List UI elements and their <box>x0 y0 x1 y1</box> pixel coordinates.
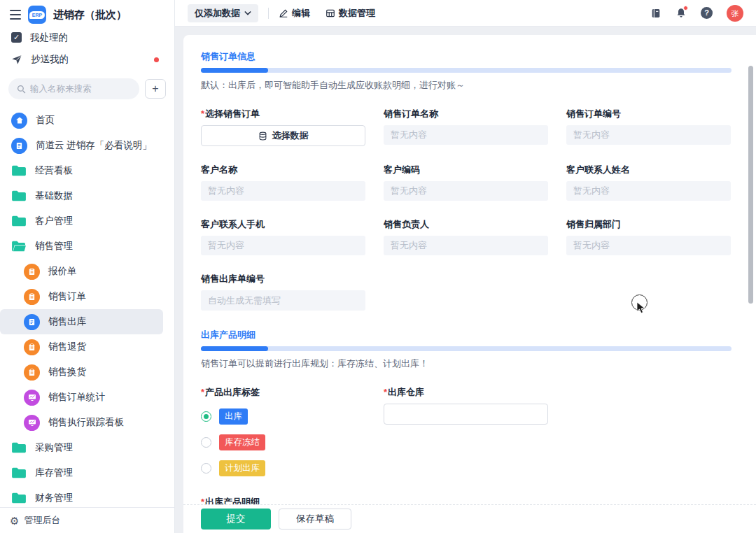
folder-icon <box>11 465 27 481</box>
sidebar-item-dashboard[interactable]: 经营看板 <box>0 158 174 183</box>
field-order-name: 暂无内容 <box>384 125 548 145</box>
form-icon <box>24 264 40 280</box>
radio-option-outbound[interactable]: 出库 <box>201 408 365 425</box>
form-card: 销售订单信息 默认：出库后，即可智能助手自动生成应收账款明细，进行对账～ 选择销… <box>183 35 756 533</box>
sidebar-item-quotation[interactable]: 报价单 <box>0 259 174 284</box>
scrollbar-thumb[interactable] <box>748 66 753 304</box>
sidebar-item-sales-outbound[interactable]: 销售出库 <box>0 309 163 334</box>
content: 销售订单信息 默认：出库后，即可智能助手自动生成应收账款明细，进行对账～ 选择销… <box>175 27 756 533</box>
radio-selected-icon[interactable] <box>201 411 211 422</box>
sidebar-nav: 首页 简道云 进销存「必看说明」 经营看板 基础数据 客户管理 销售管理 <box>0 108 174 507</box>
mode-dropdown[interactable]: 仅添加数据 <box>188 4 258 22</box>
sidebar-item-sales-return[interactable]: 销售退货 <box>0 334 174 360</box>
field-label: 销售负责人 <box>384 218 548 231</box>
form-row: 客户联系人手机 暂无内容 销售负责人 暂无内容 销售归属部门 暂无内容 <box>201 218 732 255</box>
database-icon <box>258 132 267 141</box>
sidebar-item-guide[interactable]: 简道云 进销存「必看说明」 <box>0 133 174 158</box>
section-desc: 销售订单可以提前进行出库规划：库存冻结、计划出库！ <box>201 357 732 370</box>
sidebar-item-base-data[interactable]: 基础数据 <box>0 183 174 208</box>
folder-icon <box>11 213 27 229</box>
radio-icon[interactable] <box>201 463 211 474</box>
search-icon <box>17 85 26 94</box>
chart-icon <box>24 415 40 431</box>
form-row: 销售出库单编号 自动生成无需填写 <box>201 273 732 311</box>
form-scroll-area: 销售订单信息 默认：出库后，即可智能助手自动生成应收账款明细，进行对账～ 选择销… <box>183 35 756 504</box>
folder-open-icon <box>11 239 27 255</box>
progress-fill <box>201 68 268 73</box>
folder-icon <box>11 490 27 506</box>
sidebar-item-purchase[interactable]: 采购管理 <box>0 435 174 460</box>
section-progress-bar <box>201 346 732 351</box>
sidebar-item-sales-order[interactable]: 销售订单 <box>0 284 174 309</box>
field-customer-name: 暂无内容 <box>201 181 365 201</box>
quick-item-label: 我处理的 <box>30 31 68 44</box>
chevron-down-icon <box>244 10 251 15</box>
main-area: 仅添加数据 编辑 数据管理 ? 张 <box>175 0 756 533</box>
sidebar-item-my-processed[interactable]: ✓ 我处理的 <box>0 27 174 48</box>
field-label: 销售出库单编号 <box>201 273 365 285</box>
sidebar: ERP 进销存（批次） ✓ 我处理的 抄送我的 + 首页 <box>0 0 175 533</box>
document-icon <box>24 314 40 330</box>
table-label: 出库产品明细 <box>201 496 732 504</box>
field-contact-phone: 暂无内容 <box>201 236 365 255</box>
radio-option-freeze[interactable]: 库存冻结 <box>201 434 365 450</box>
chart-icon <box>24 390 40 406</box>
sidebar-item-customer[interactable]: 客户管理 <box>0 208 174 234</box>
sidebar-item-sales[interactable]: 销售管理 <box>0 234 174 259</box>
field-label: 客户名称 <box>201 164 365 176</box>
sidebar-item-home[interactable]: 首页 <box>0 108 174 133</box>
app-window: ERP 进销存（批次） ✓ 我处理的 抄送我的 + 首页 <box>0 0 756 533</box>
tag-outbound: 出库 <box>219 408 248 425</box>
notifications-bell-icon[interactable] <box>676 8 687 19</box>
sidebar-search-row: + <box>8 78 166 99</box>
sidebar-item-sales-exchange[interactable]: 销售换货 <box>0 360 174 385</box>
form-icon <box>24 289 40 305</box>
field-label: 销售订单编号 <box>566 108 731 120</box>
task-check-icon: ✓ <box>11 32 22 43</box>
tag-freeze: 库存冻结 <box>219 434 265 450</box>
radio-option-planned[interactable]: 计划出库 <box>201 460 365 476</box>
submit-button[interactable]: 提交 <box>201 509 271 530</box>
form-icon <box>24 339 40 355</box>
unread-dot <box>154 57 159 62</box>
sidebar-item-finance[interactable]: 财务管理 <box>0 485 174 507</box>
pencil-icon <box>279 8 288 18</box>
table-grid-icon <box>326 8 335 18</box>
gear-icon: ⚙ <box>10 516 19 526</box>
form-footer: 提交 保存草稿 <box>183 504 756 533</box>
field-label: 客户联系人姓名 <box>566 164 731 176</box>
search-input[interactable] <box>30 84 121 94</box>
sidebar-item-inventory[interactable]: 库存管理 <box>0 460 174 485</box>
topbar-right: ? 张 <box>650 5 743 22</box>
field-label: 销售订单名称 <box>384 108 548 120</box>
edit-button[interactable]: 编辑 <box>279 7 310 20</box>
field-label-outbound-tag: 产品出库标签 <box>201 386 365 399</box>
field-label: 客户联系人手机 <box>201 218 365 231</box>
field-sales-owner: 暂无内容 <box>384 236 548 255</box>
changelog-icon[interactable] <box>650 8 662 19</box>
sidebar-item-sales-tracking[interactable]: 销售执行跟踪看板 <box>0 410 174 435</box>
notification-dot <box>683 6 688 10</box>
sidebar-item-order-stats[interactable]: 销售订单统计 <box>0 385 174 410</box>
radio-icon[interactable] <box>201 437 211 448</box>
folder-icon <box>11 163 27 179</box>
sidebar-item-admin-console[interactable]: ⚙ 管理后台 <box>0 507 174 533</box>
collapse-sidebar-icon[interactable] <box>10 10 21 20</box>
app-logo-icon: ERP <box>28 6 46 24</box>
search-box <box>8 78 139 99</box>
data-manage-button[interactable]: 数据管理 <box>326 7 375 20</box>
field-contact-name: 暂无内容 <box>566 181 731 201</box>
sidebar-item-cc-me[interactable]: 抄送我的 <box>0 48 174 70</box>
help-icon[interactable]: ? <box>701 7 713 19</box>
section-desc: 默认：出库后，即可智能助手自动生成应收账款明细，进行对账～ <box>201 79 732 92</box>
progress-fill <box>201 346 268 351</box>
save-draft-button[interactable]: 保存草稿 <box>279 509 351 530</box>
home-icon <box>11 113 27 129</box>
warehouse-input[interactable] <box>384 404 548 425</box>
user-avatar[interactable]: 张 <box>727 5 743 22</box>
add-button[interactable]: + <box>145 79 166 99</box>
folder-icon <box>11 440 27 456</box>
select-data-button[interactable]: 选择数据 <box>201 125 365 146</box>
tag-planned: 计划出库 <box>219 460 265 476</box>
section-title-outbound: 出库产品明细 <box>201 329 732 341</box>
